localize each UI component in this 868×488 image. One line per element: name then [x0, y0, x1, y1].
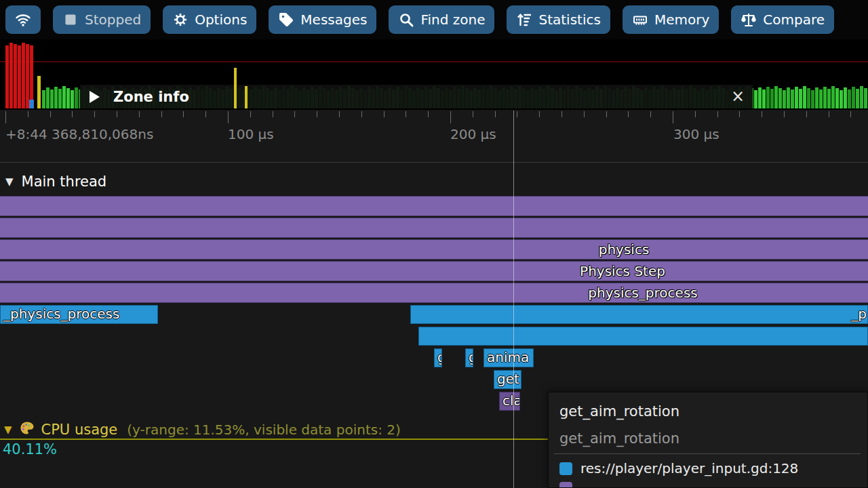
zone-bar-physics-process-left[interactable]: _physics_process: [0, 305, 158, 324]
play-icon: [90, 91, 100, 103]
stopped-button[interactable]: Stopped: [53, 5, 151, 34]
frame-bar-blue: [29, 100, 34, 108]
close-icon[interactable]: ×: [731, 86, 745, 106]
zone-bar-get[interactable]: get: [494, 370, 521, 389]
zone-row[interactable]: [0, 261, 868, 281]
zone-color-swatch: [559, 462, 572, 475]
zone-bar-child[interactable]: [418, 327, 868, 346]
zone-row[interactable]: [0, 196, 868, 216]
zone-bar-tiny[interactable]: g: [465, 348, 473, 367]
ruler-tick-label: 100 μs: [228, 126, 274, 142]
zone-bar-cla[interactable]: cla: [499, 392, 520, 411]
thread-header[interactable]: ▼ Main thread: [5, 174, 106, 190]
zone-label-physics-step: Physics Step: [580, 263, 665, 279]
crosshair-line: [513, 110, 514, 488]
compare-button[interactable]: Compare: [731, 5, 834, 34]
profiler-window: Stopped Options Messages Find zone Stati…: [0, 0, 868, 488]
scales-icon: [741, 12, 757, 28]
statistics-button[interactable]: Statistics: [507, 5, 610, 34]
zone-row[interactable]: [0, 218, 868, 238]
gear-icon: [172, 12, 189, 28]
thread-label: Main thread: [22, 174, 107, 190]
cpu-usage-title: CPU usage: [41, 422, 118, 438]
zone-info-title: Zone info: [113, 89, 189, 105]
tooltip-parent-row: [559, 482, 572, 488]
cpu-usage-value: 40.11%: [3, 441, 57, 458]
frame-bar-yellow: [37, 76, 41, 108]
wifi-icon: [15, 12, 31, 28]
find-zone-label: Find zone: [420, 12, 485, 28]
stopped-label: Stopped: [85, 12, 141, 28]
zone-color-swatch-purple: [559, 482, 572, 488]
tags-icon: [278, 12, 294, 28]
compare-label: Compare: [763, 12, 825, 28]
memory-label: Memory: [654, 12, 709, 28]
tooltip-divider: [554, 453, 861, 454]
connection-button[interactable]: [5, 5, 41, 34]
zone-tooltip: get_aim_rotation get_aim_rotation res://…: [548, 392, 868, 488]
zone-label-physics-process: physics_process: [588, 285, 697, 301]
collapse-arrow-icon[interactable]: ▼: [4, 424, 12, 436]
palette-icon: [19, 420, 35, 439]
cpu-usage-header[interactable]: ▼ CPU usage (y-range: 11.53%, visible da…: [4, 420, 401, 439]
ruler-tick-label: 300 μs: [673, 126, 719, 142]
frame-timeline[interactable]: Zone info ×: [0, 39, 868, 110]
statistics-label: Statistics: [538, 12, 600, 28]
memory-icon: [632, 12, 648, 28]
zone-info-titlebar[interactable]: Zone info ×: [80, 85, 753, 108]
options-label: Options: [195, 12, 247, 28]
tooltip-zone-name: get_aim_rotation: [559, 403, 679, 420]
tooltip-source-location: res://player/player_input.gd:128: [580, 460, 798, 476]
timeline[interactable]: ▼ Main thread physics Physics Step physi…: [0, 163, 868, 419]
zone-row[interactable]: [0, 239, 868, 260]
collapse-arrow-icon[interactable]: ▼: [5, 176, 14, 188]
memory-button[interactable]: Memory: [623, 5, 719, 34]
frame-bar-yellow: [245, 86, 248, 108]
zone-bar-physics-process-right[interactable]: _p: [410, 305, 868, 324]
cpu-usage-meta: (y-range: 11.53%, visible data points: 2…: [127, 422, 400, 438]
time-ruler[interactable]: +8:44 368,810,068ns 100 μs 200 μs 300 μs: [0, 110, 868, 163]
sort-icon: [516, 12, 532, 28]
tooltip-source-row: res://player/player_input.gd:128: [559, 460, 798, 476]
toolbar: Stopped Options Messages Find zone Stati…: [0, 0, 868, 39]
zone-bar-anim[interactable]: anima: [484, 348, 534, 367]
search-icon: [398, 12, 414, 28]
options-button[interactable]: Options: [163, 5, 256, 34]
zone-label-physics: physics: [599, 241, 650, 258]
ruler-origin-label: +8:44 368,810,068ns: [5, 126, 153, 142]
zone-bar-tiny[interactable]: g: [434, 348, 442, 367]
messages-button[interactable]: Messages: [269, 5, 376, 34]
stop-icon: [62, 12, 79, 28]
ruler-tick-label: 200 μs: [450, 126, 496, 142]
zone-row[interactable]: [0, 283, 868, 303]
find-zone-button[interactable]: Find zone: [389, 5, 494, 34]
messages-label: Messages: [300, 12, 367, 28]
frame-bar-yellow: [234, 68, 237, 108]
tooltip-function-name: get_aim_rotation: [559, 430, 679, 447]
